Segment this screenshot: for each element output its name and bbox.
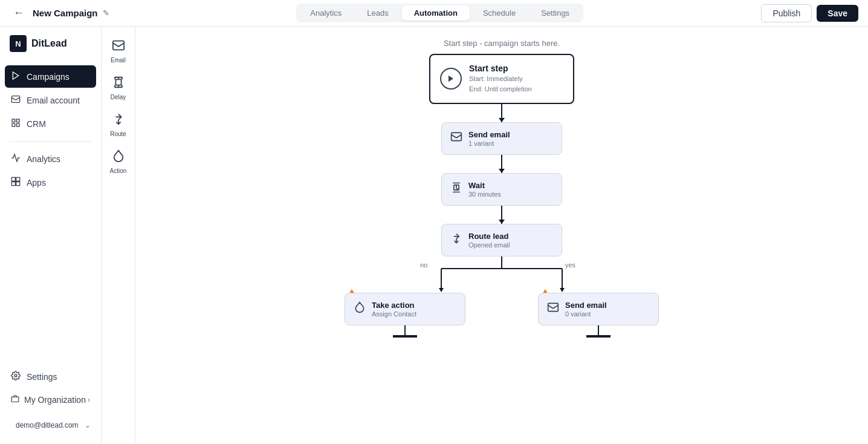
- svg-marker-24: [560, 288, 565, 292]
- play-icon: [440, 68, 462, 90]
- svg-marker-15: [449, 76, 453, 82]
- user-chevron-icon: ⌄: [85, 421, 91, 429]
- svg-rect-11: [11, 397, 19, 402]
- sidebar-item-email-account[interactable]: Email account: [5, 89, 96, 111]
- node-route-lead[interactable]: Route lead Opened email: [441, 224, 562, 256]
- start-node-content: Start step Start: Immediately End: Until…: [469, 64, 532, 94]
- sidebar-label-campaigns: Campaigns: [27, 72, 70, 82]
- delay-tool-icon: [112, 76, 125, 92]
- start-node-line2: End: Until completion: [469, 85, 532, 94]
- topbar-right: Publish Save: [761, 4, 858, 22]
- sidebar-org[interactable]: My Organization ›: [5, 389, 96, 410]
- tabs-group: Analytics Leads Automation Schedule Sett…: [296, 4, 583, 22]
- route-lead-icon: [450, 232, 462, 247]
- email-tool-label: Email: [111, 57, 126, 64]
- wait-icon: [450, 181, 462, 197]
- edit-icon[interactable]: ✎: [103, 8, 109, 18]
- svg-rect-27: [548, 304, 559, 312]
- delay-tool-label: Delay: [111, 94, 126, 100]
- node-wait[interactable]: Wait 30 minutes: [441, 173, 562, 206]
- action-tool-icon: [112, 149, 125, 166]
- org-left: My Organization: [11, 394, 86, 405]
- sidebar-item-settings[interactable]: Settings: [5, 365, 96, 388]
- send-email-1-title: Send email: [468, 130, 510, 139]
- email-account-icon: [11, 94, 21, 106]
- send-email-1-subtitle: 1 variant: [468, 140, 510, 147]
- node-take-action-wrapper: Take action Assign Contact: [345, 293, 465, 338]
- route-lead-content: Route lead Opened email: [468, 232, 510, 249]
- tab-analytics[interactable]: Analytics: [298, 5, 354, 21]
- branch-connector: no yes: [351, 256, 653, 293]
- wait-subtitle: 30 minutes: [468, 191, 501, 198]
- tab-automation[interactable]: Automation: [402, 5, 470, 21]
- send-email-2-subtitle: 0 variant: [565, 310, 607, 318]
- publish-button[interactable]: Publish: [761, 4, 812, 22]
- send-email-1-content: Send email 1 variant: [468, 130, 510, 147]
- sidebar-label-analytics: Analytics: [27, 154, 60, 164]
- route-lead-subtitle: Opened email: [468, 241, 510, 249]
- send-email-1-icon: [450, 131, 462, 146]
- sidebar-bottom: Settings My Organization › demo@ditlead.…: [0, 361, 101, 444]
- sidebar-divider: [10, 141, 91, 142]
- logo-box: N: [10, 35, 27, 52]
- start-node-line1: Start: Immediately: [469, 74, 532, 83]
- flow-diagram: Start step - campaign starts here. Start…: [135, 27, 868, 350]
- sidebar-item-apps[interactable]: Apps: [5, 171, 96, 194]
- tool-delay[interactable]: Delay: [104, 71, 133, 105]
- sidebar-item-analytics[interactable]: Analytics: [5, 148, 96, 170]
- main-layout: N DitLead Campaigns Email account CRM: [0, 27, 868, 444]
- take-action-icon: [354, 301, 366, 316]
- route-lead-title: Route lead: [468, 232, 510, 241]
- tool-action[interactable]: Action: [104, 145, 133, 179]
- campaigns-icon: [11, 71, 21, 82]
- branch-nodes: Take action Assign Contact: [345, 293, 659, 338]
- campaign-title: New Campaign: [33, 8, 98, 18]
- tab-leads[interactable]: Leads: [355, 5, 400, 21]
- user-profile[interactable]: demo@ditlead.com ⌄: [5, 411, 96, 439]
- tab-schedule[interactable]: Schedule: [471, 5, 528, 21]
- svg-rect-8: [11, 182, 15, 186]
- crm-icon: [11, 118, 21, 129]
- take-action-content: Take action Assign Contact: [372, 301, 416, 318]
- svg-text:yes: yes: [565, 261, 576, 269]
- wait-title: Wait: [468, 181, 501, 190]
- node-send-email-2-wrapper: Send email 0 variant: [538, 293, 659, 338]
- topbar-left: ← New Campaign ✎: [10, 5, 118, 21]
- take-action-subtitle: Assign Contact: [372, 310, 416, 318]
- canvas[interactable]: Start step - campaign starts here. Start…: [135, 27, 868, 444]
- sidebar-item-crm[interactable]: CRM: [5, 113, 96, 135]
- route-tool-label: Route: [110, 131, 126, 137]
- analytics-icon: [11, 153, 21, 165]
- svg-rect-14: [115, 79, 121, 85]
- action-tool-label: Action: [110, 168, 127, 174]
- tab-settings[interactable]: Settings: [529, 5, 581, 21]
- settings-icon: [11, 371, 21, 382]
- svg-rect-1: [11, 96, 19, 103]
- node-take-action[interactable]: Take action Assign Contact: [345, 293, 465, 325]
- sidebar-item-campaigns[interactable]: Campaigns: [5, 65, 96, 88]
- back-button[interactable]: ←: [10, 5, 28, 21]
- sidebar-label-email-account: Email account: [27, 96, 80, 105]
- tool-route[interactable]: Route: [104, 108, 133, 142]
- save-button[interactable]: Save: [817, 5, 858, 22]
- arrow-2: [501, 155, 502, 173]
- sidebar-logo: N DitLead: [0, 27, 101, 60]
- node-send-email-1[interactable]: Send email 1 variant: [441, 122, 562, 155]
- arrow-1: [501, 104, 502, 122]
- svg-point-10: [15, 374, 17, 377]
- topbar: ← New Campaign ✎ Analytics Leads Automat…: [0, 0, 868, 27]
- user-email: demo@ditlead.com: [16, 421, 79, 429]
- svg-rect-9: [16, 182, 20, 186]
- org-icon: [11, 394, 19, 405]
- send-email-2-title: Send email: [565, 301, 607, 310]
- route-tool-icon: [112, 113, 125, 129]
- node-start[interactable]: Start step Start: Immediately End: Until…: [429, 54, 574, 104]
- sidebar-label-settings: Settings: [27, 372, 57, 382]
- tool-email[interactable]: Email: [104, 34, 133, 68]
- svg-rect-13: [112, 41, 123, 50]
- send-email-2-bottom-bar: [586, 335, 611, 338]
- node-send-email-2[interactable]: Send email 0 variant: [538, 293, 659, 325]
- take-action-title: Take action: [372, 301, 416, 310]
- svg-rect-6: [11, 177, 15, 181]
- sidebar: N DitLead Campaigns Email account CRM: [0, 27, 102, 444]
